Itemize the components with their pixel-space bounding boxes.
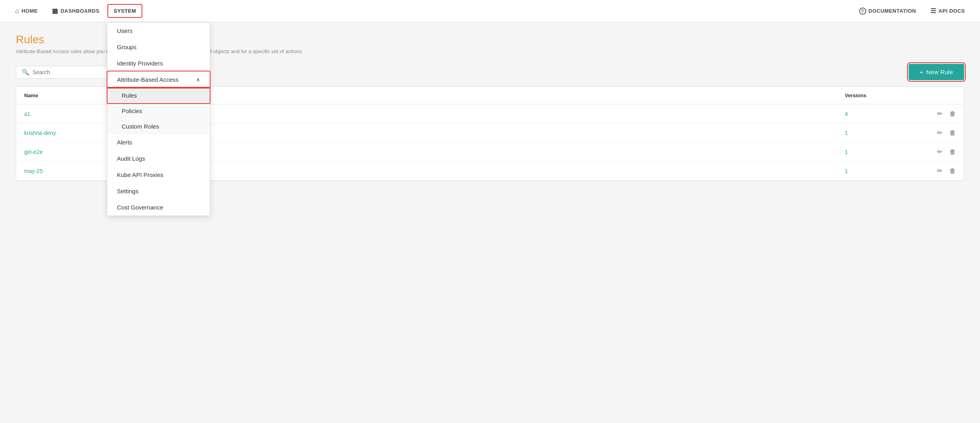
nav-documentation[interactable]: ? DOCUMENTATION	[854, 4, 922, 18]
dropdown-aba-label: Attribute-Based Access	[117, 76, 178, 83]
edit-icon[interactable]: ✏	[937, 167, 942, 175]
row-date-krishna-deny: 04:52:13 PM GMT+5:30	[151, 130, 845, 136]
search-icon: 🔍	[22, 69, 29, 76]
delete-icon[interactable]: 🗑	[949, 148, 956, 156]
dropdown-identity-providers[interactable]: Identity Providers	[107, 55, 210, 71]
chevron-up-icon: ∧	[196, 77, 200, 83]
row-date-may-25: 10:10:06 AM GMT+5:30	[151, 168, 845, 174]
new-rule-button[interactable]: + New Rule	[909, 64, 965, 80]
search-box[interactable]: 🔍	[16, 66, 111, 79]
nav-dashboards[interactable]: ▦ DASHBOARDS	[46, 4, 105, 18]
home-icon: ⌂	[15, 8, 19, 15]
submenu-custom-roles[interactable]: Custom Roles	[107, 119, 210, 134]
submenu-custom-roles-label: Custom Roles	[122, 123, 159, 130]
system-dropdown: Users Groups Identity Providers Attribut…	[107, 22, 210, 216]
dropdown-attribute-based-access[interactable]: Attribute-Based Access ∧	[107, 71, 210, 88]
nav-system-label: System	[114, 8, 136, 14]
nav-system[interactable]: System	[108, 5, 142, 17]
nav-home-label: HOME	[21, 8, 38, 14]
dropdown-alerts[interactable]: Alerts	[107, 134, 210, 150]
col-date-empty	[151, 92, 845, 98]
dropdown-cost-governance[interactable]: Cost Governance	[107, 199, 210, 215]
dropdown-identity-providers-label: Identity Providers	[117, 60, 163, 67]
submenu-policies[interactable]: Policies	[107, 103, 210, 119]
nav-documentation-label: DOCUMENTATION	[869, 8, 916, 14]
dropdown-settings[interactable]: Settings	[107, 183, 210, 199]
edit-icon[interactable]: ✏	[937, 110, 942, 117]
row-actions-may-25: ✏ 🗑	[916, 167, 956, 175]
row-actions-giri-e2e: ✏ 🗑	[916, 148, 956, 156]
submenu-policies-label: Policies	[122, 108, 142, 114]
edit-icon[interactable]: ✏	[937, 148, 942, 156]
dashboards-icon: ▦	[52, 7, 58, 15]
nav-home[interactable]: ⌂ HOME	[10, 4, 43, 18]
row-date-giri-e2e: 10:19:45 AM GMT+5:30	[151, 149, 845, 155]
submenu-rules-label: Rules	[122, 92, 137, 99]
new-rule-label: New Rule	[926, 69, 953, 75]
top-nav: ⌂ HOME ▦ DASHBOARDS System ? DOCUMENTATI…	[0, 0, 980, 22]
dropdown-alerts-label: Alerts	[117, 139, 132, 146]
row-date-a1: 12:22:31 PM GMT+5:30	[151, 111, 845, 117]
col-actions-empty	[916, 92, 956, 98]
dropdown-groups[interactable]: Groups	[107, 39, 210, 55]
delete-icon[interactable]: 🗑	[949, 129, 956, 137]
search-input[interactable]	[33, 69, 105, 75]
dropdown-settings-label: Settings	[117, 188, 138, 194]
row-version-may-25[interactable]: 1	[845, 168, 916, 174]
row-version-a1[interactable]: 4	[845, 111, 916, 117]
row-version-giri-e2e[interactable]: 1	[845, 149, 916, 155]
dropdown-users[interactable]: Users	[107, 23, 210, 39]
nav-api-docs[interactable]: ☰ API DOCS	[925, 4, 970, 18]
api-docs-icon: ☰	[930, 7, 936, 15]
plus-icon: +	[920, 69, 923, 75]
dropdown-audit-logs-label: Audit Logs	[117, 155, 145, 162]
dropdown-groups-label: Groups	[117, 44, 136, 50]
submenu-rules[interactable]: Rules	[107, 88, 210, 103]
edit-icon[interactable]: ✏	[937, 129, 942, 137]
dropdown-audit-logs[interactable]: Audit Logs	[107, 150, 210, 167]
row-actions-krishna-deny: ✏ 🗑	[916, 129, 956, 137]
dropdown-kube-api-proxies-label: Kube API Proxies	[117, 171, 163, 178]
nav-api-docs-label: API DOCS	[938, 8, 965, 14]
delete-icon[interactable]: 🗑	[949, 110, 956, 117]
dropdown-cost-governance-label: Cost Governance	[117, 204, 163, 211]
delete-icon[interactable]: 🗑	[949, 167, 956, 175]
col-versions: Versions	[845, 92, 916, 98]
row-version-krishna-deny[interactable]: 1	[845, 130, 916, 136]
dropdown-users-label: Users	[117, 27, 132, 34]
row-actions-a1: ✏ 🗑	[916, 110, 956, 117]
documentation-icon: ?	[859, 8, 866, 15]
submenu-items: Rules Policies Custom Roles	[107, 88, 210, 134]
nav-dashboards-label: DASHBOARDS	[61, 8, 100, 14]
dropdown-kube-api-proxies[interactable]: Kube API Proxies	[107, 167, 210, 183]
